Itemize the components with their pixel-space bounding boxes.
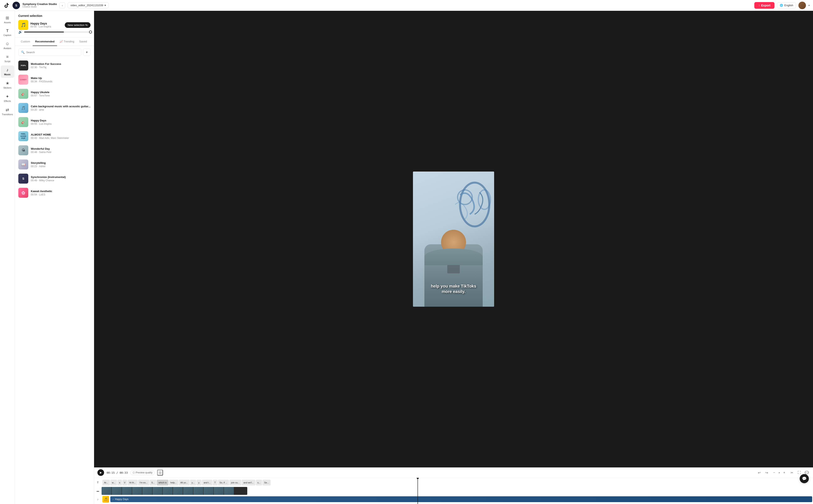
list-item[interactable]: 🌤 Wonderful Day 00:48 · Satria Petir [15,143,94,157]
track-item-info: Synchronize (Instrumental) 00:49 · Milky… [31,175,66,182]
transitions-icon: ⇄ [6,107,9,112]
caption-chip[interactable]: So, if ... [218,480,229,485]
zoom-in-button[interactable]: + [781,470,787,476]
caption-chip[interactable]: which is [157,480,168,485]
video-frame-thumb [224,487,234,495]
video-strip[interactable] [101,487,247,495]
video-frame-thumb [132,487,142,495]
video-frame-thumb [122,487,132,495]
nav-back-button[interactable]: ‹ [59,2,65,8]
video-frame-thumb [112,487,122,495]
sidebar-item-music[interactable]: ♪ Music [1,65,14,78]
video-frame-thumb [214,487,224,495]
undo-button[interactable]: ↩ [756,470,762,476]
track-thumbnail: CANDY [18,75,28,85]
list-item[interactable]: 🎵 Calm background music with acoustic gu… [15,101,94,115]
caption-chip[interactable]: and we'l... [242,480,255,485]
sidebar-item-caption[interactable]: T Caption [1,27,14,38]
video-frame-thumb [193,487,204,495]
crop-button[interactable]: ⊡ [157,470,163,476]
caption-chip[interactable]: S... [150,480,156,485]
sidebar-item-stickers[interactable]: ★ Stickers [1,79,14,91]
search-row: 🔍 ▼ [15,46,94,58]
project-selector[interactable]: video_editor_20241131039 ▾ [68,2,109,8]
caption-chip[interactable]: T [213,480,218,485]
music-track-note-icon: ♪ [97,498,99,501]
export-button[interactable]: ↑ Export [754,2,775,9]
caption-chip[interactable]: y. [196,480,201,485]
caption-chips: Ar... w... s V Hi th... I'm ex... S... w… [101,479,813,486]
video-frame-thumb [163,487,173,495]
sidebar-item-transitions[interactable]: ⇄ Transitions [1,105,14,118]
list-item[interactable]: FEEL GOOD POP ALMOST HOME 00:43 · Mad Ad… [15,129,94,143]
avatar-chevron-icon: ▾ [808,4,810,7]
track-thumbnail: S [18,174,28,184]
track-thumbnail: 📖 [18,159,28,169]
track-thumbnail: 🎸 [18,89,28,99]
volume-thumb [89,31,92,33]
sidebar-item-effects[interactable]: ✦ Effects [1,92,14,104]
video-icon: ▬ [96,489,99,492]
export-icon: ↑ [759,4,760,7]
search-input[interactable] [26,51,79,54]
music-strip[interactable]: ♪ Happy Days [110,496,812,502]
caption-chip[interactable]: s... [256,480,262,485]
sidebar-item-script[interactable]: ≡ Script [1,52,14,65]
timeline-tracks: T Ar... w... s V Hi th... I'm ex... S...… [94,478,813,504]
selected-track-thumbnail: 🎵 [18,20,28,30]
zoom-out-button[interactable]: − [771,470,777,476]
caption-chip[interactable]: Hi th... [127,480,137,485]
list-item[interactable]: S Synchronize (Instrumental) 00:49 · Mil… [15,172,94,186]
list-item[interactable]: CANDY Make Up 00:34 · FASSounds [15,73,94,87]
preview-quality-button[interactable]: ⓘ Preview quality [130,470,155,475]
caption-chip[interactable]: and t... [202,480,212,485]
music-tabs: Custom Recommended 📈 Trending Saved [15,37,94,46]
caption-chip[interactable]: Ar... [102,480,110,485]
caption-chip[interactable]: w... [110,480,117,485]
tab-saved[interactable]: Saved [77,37,89,46]
caption-chip[interactable]: I'm ex... [138,480,149,485]
crop-icon: ⊡ [159,471,161,474]
search-icon: 🔍 [21,51,25,54]
filter-button[interactable]: ▼ [83,48,90,56]
new-selection-button[interactable]: New selection % [65,22,90,28]
language-button[interactable]: 🌐 English [777,2,796,8]
user-avatar[interactable] [798,2,806,9]
fullscreen-button[interactable]: ⛶ [796,470,802,476]
caption-chip[interactable]: s [117,480,122,485]
caption-chip[interactable]: All yo... [179,480,189,485]
chat-button[interactable]: 💬 [800,474,809,483]
top-nav: S Symphony Creative Studio Creative Stud… [0,0,813,11]
video-preview: help you make TikToks more easily. [94,11,813,467]
caption-chip[interactable]: y... [190,480,196,485]
video-track-icon: ▬ [94,489,101,492]
stickers-icon: ★ [6,81,9,86]
list-item[interactable]: 🎸 Happy Days 00:55 · Lux-Inspira [15,115,94,129]
list-item[interactable]: 📖 Storytelling 00:23 · Adriel [15,157,94,172]
caption-chip[interactable]: Se... [263,480,271,485]
play-button[interactable]: ▶ [97,469,104,476]
caption-chip[interactable]: help... [169,480,178,485]
assets-icon: ⊞ [6,15,9,20]
tab-trending[interactable]: 📈 Trending [57,37,77,46]
track-thumbnail: 🌤 [18,145,28,155]
list-item[interactable]: 🌸 Kawaii Aesthetic 00:54 · LoES [15,186,94,200]
cut-button[interactable]: ✂ [789,470,795,476]
caption-chip[interactable]: join ou... [230,480,242,485]
video-frame: help you make TikToks more easily. [413,172,494,307]
sidebar-item-assets[interactable]: ⊞ Assets [1,13,14,26]
list-item[interactable]: 🎸 Happy Ukulele 00:57 · TonsTone [15,87,94,101]
sidebar-item-avatars[interactable]: ☺ Avatars [1,39,14,52]
redo-button[interactable]: ↪ [764,470,770,476]
tab-recommended[interactable]: Recommended [33,37,57,46]
tab-custom[interactable]: Custom [18,37,33,46]
track-item-info: Wonderful Day 00:48 · Satria Petir [31,147,51,154]
track-thumbnail: 🎸 [18,117,28,127]
track-thumbnail: 🌸 [18,188,28,198]
volume-slider[interactable] [24,32,90,32]
tiktok-logo [3,2,10,9]
list-item[interactable]: POPs Motivation For Success 02:30 · TimT… [15,58,94,73]
caption-chip[interactable]: V [122,480,127,485]
music-panel: Current selection 🎵 Happy Days 00:55 · L… [15,11,94,504]
music-track-row: ♪ 🎵 ♪ Happy Days [94,495,813,503]
